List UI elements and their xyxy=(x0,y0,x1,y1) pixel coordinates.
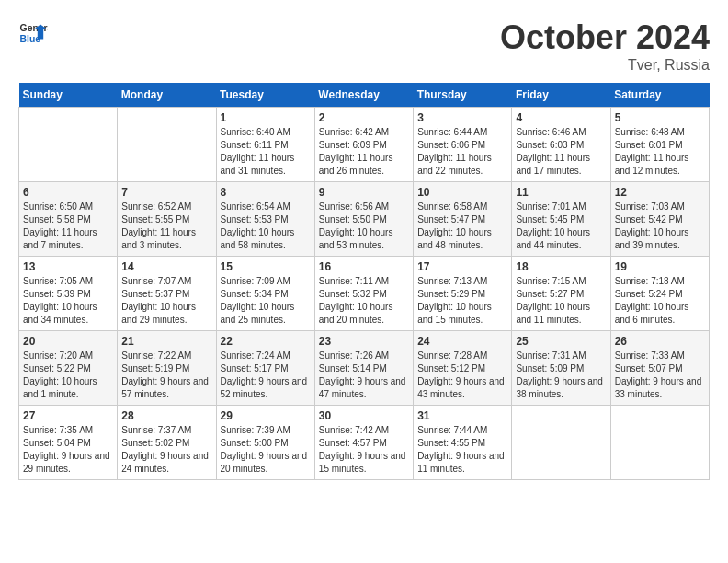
calendar-cell: 14Sunrise: 7:07 AM Sunset: 5:37 PM Dayli… xyxy=(118,257,216,331)
day-number: 18 xyxy=(516,260,606,273)
location: Tver, Russia xyxy=(500,57,710,74)
day-number: 27 xyxy=(23,409,113,422)
day-number: 22 xyxy=(221,335,311,348)
calendar-cell xyxy=(118,108,216,182)
day-info: Sunrise: 7:24 AM Sunset: 5:17 PM Dayligh… xyxy=(221,350,311,401)
day-number: 30 xyxy=(319,409,409,422)
title-block: October 2024 Tver, Russia xyxy=(500,18,710,74)
day-number: 4 xyxy=(516,111,606,124)
day-number: 8 xyxy=(221,186,311,199)
day-info: Sunrise: 7:42 AM Sunset: 4:57 PM Dayligh… xyxy=(319,424,409,476)
logo: General Blue xyxy=(18,18,48,48)
calendar-cell: 27Sunrise: 7:35 AM Sunset: 5:04 PM Dayli… xyxy=(19,406,118,480)
calendar-cell: 5Sunrise: 6:48 AM Sunset: 6:01 PM Daylig… xyxy=(610,108,709,182)
calendar-cell: 19Sunrise: 7:18 AM Sunset: 5:24 PM Dayli… xyxy=(610,257,709,331)
day-info: Sunrise: 7:37 AM Sunset: 5:02 PM Dayligh… xyxy=(121,424,211,476)
calendar-cell: 25Sunrise: 7:31 AM Sunset: 5:09 PM Dayli… xyxy=(512,331,610,406)
calendar-cell: 15Sunrise: 7:09 AM Sunset: 5:34 PM Dayli… xyxy=(216,257,314,331)
day-number: 15 xyxy=(221,260,311,273)
weekday-header-row: SundayMondayTuesdayWednesdayThursdayFrid… xyxy=(19,83,710,108)
day-info: Sunrise: 7:39 AM Sunset: 5:00 PM Dayligh… xyxy=(221,424,311,476)
day-info: Sunrise: 6:52 AM Sunset: 5:55 PM Dayligh… xyxy=(121,201,211,252)
calendar-week-row: 27Sunrise: 7:35 AM Sunset: 5:04 PM Dayli… xyxy=(19,406,710,480)
calendar-cell: 28Sunrise: 7:37 AM Sunset: 5:02 PM Dayli… xyxy=(118,406,216,480)
calendar-table: SundayMondayTuesdayWednesdayThursdayFrid… xyxy=(18,83,710,480)
calendar-cell: 16Sunrise: 7:11 AM Sunset: 5:32 PM Dayli… xyxy=(314,257,413,331)
calendar-cell: 23Sunrise: 7:26 AM Sunset: 5:14 PM Dayli… xyxy=(314,331,413,406)
calendar-cell: 29Sunrise: 7:39 AM Sunset: 5:00 PM Dayli… xyxy=(216,406,314,480)
calendar-cell: 9Sunrise: 6:56 AM Sunset: 5:50 PM Daylig… xyxy=(314,182,413,257)
calendar-cell: 11Sunrise: 7:01 AM Sunset: 5:45 PM Dayli… xyxy=(512,182,610,257)
day-number: 13 xyxy=(23,260,113,273)
calendar-cell: 26Sunrise: 7:33 AM Sunset: 5:07 PM Dayli… xyxy=(610,331,709,406)
day-info: Sunrise: 7:13 AM Sunset: 5:29 PM Dayligh… xyxy=(417,275,507,327)
calendar-cell: 20Sunrise: 7:20 AM Sunset: 5:22 PM Dayli… xyxy=(19,331,118,406)
day-number: 20 xyxy=(23,335,113,348)
day-info: Sunrise: 7:03 AM Sunset: 5:42 PM Dayligh… xyxy=(615,201,705,252)
calendar-cell: 30Sunrise: 7:42 AM Sunset: 4:57 PM Dayli… xyxy=(314,406,413,480)
day-info: Sunrise: 6:54 AM Sunset: 5:53 PM Dayligh… xyxy=(221,201,311,252)
day-number: 29 xyxy=(221,409,311,422)
weekday-header: Sunday xyxy=(19,83,118,108)
day-info: Sunrise: 6:44 AM Sunset: 6:06 PM Dayligh… xyxy=(417,126,507,178)
calendar-cell: 12Sunrise: 7:03 AM Sunset: 5:42 PM Dayli… xyxy=(610,182,709,257)
day-info: Sunrise: 6:42 AM Sunset: 6:09 PM Dayligh… xyxy=(319,126,409,178)
calendar-cell: 7Sunrise: 6:52 AM Sunset: 5:55 PM Daylig… xyxy=(118,182,216,257)
calendar-cell: 6Sunrise: 6:50 AM Sunset: 5:58 PM Daylig… xyxy=(19,182,118,257)
day-number: 26 xyxy=(615,335,705,348)
day-number: 6 xyxy=(23,186,113,199)
calendar-cell: 24Sunrise: 7:28 AM Sunset: 5:12 PM Dayli… xyxy=(414,331,512,406)
calendar-cell: 13Sunrise: 7:05 AM Sunset: 5:39 PM Dayli… xyxy=(19,257,118,331)
day-info: Sunrise: 7:07 AM Sunset: 5:37 PM Dayligh… xyxy=(121,275,211,327)
day-info: Sunrise: 7:01 AM Sunset: 5:45 PM Dayligh… xyxy=(516,201,606,252)
day-info: Sunrise: 6:46 AM Sunset: 6:03 PM Dayligh… xyxy=(516,126,606,178)
day-info: Sunrise: 7:09 AM Sunset: 5:34 PM Dayligh… xyxy=(221,275,311,327)
weekday-header: Wednesday xyxy=(314,83,413,108)
day-number: 11 xyxy=(516,186,606,199)
day-number: 12 xyxy=(615,186,705,199)
day-info: Sunrise: 7:11 AM Sunset: 5:32 PM Dayligh… xyxy=(319,275,409,327)
calendar-cell: 10Sunrise: 6:58 AM Sunset: 5:47 PM Dayli… xyxy=(414,182,512,257)
day-number: 31 xyxy=(417,409,507,422)
day-info: Sunrise: 7:05 AM Sunset: 5:39 PM Dayligh… xyxy=(23,275,113,327)
day-number: 7 xyxy=(121,186,211,199)
day-number: 24 xyxy=(417,335,507,348)
calendar-cell xyxy=(512,406,610,480)
weekday-header: Monday xyxy=(118,83,216,108)
day-number: 17 xyxy=(417,260,507,273)
day-number: 3 xyxy=(417,111,507,124)
calendar-cell xyxy=(610,406,709,480)
day-number: 10 xyxy=(417,186,507,199)
day-number: 16 xyxy=(319,260,409,273)
day-info: Sunrise: 6:50 AM Sunset: 5:58 PM Dayligh… xyxy=(23,201,113,252)
day-info: Sunrise: 7:22 AM Sunset: 5:19 PM Dayligh… xyxy=(121,350,211,401)
month-title: October 2024 xyxy=(500,18,710,57)
calendar-week-row: 20Sunrise: 7:20 AM Sunset: 5:22 PM Dayli… xyxy=(19,331,710,406)
weekday-header: Tuesday xyxy=(216,83,314,108)
calendar-cell: 8Sunrise: 6:54 AM Sunset: 5:53 PM Daylig… xyxy=(216,182,314,257)
day-info: Sunrise: 7:33 AM Sunset: 5:07 PM Dayligh… xyxy=(615,350,705,401)
day-number: 25 xyxy=(516,335,606,348)
day-number: 28 xyxy=(121,409,211,422)
day-info: Sunrise: 7:20 AM Sunset: 5:22 PM Dayligh… xyxy=(23,350,113,401)
day-info: Sunrise: 7:44 AM Sunset: 4:55 PM Dayligh… xyxy=(417,424,507,476)
logo-icon: General Blue xyxy=(18,18,48,48)
weekday-header: Friday xyxy=(512,83,610,108)
calendar-cell xyxy=(19,108,118,182)
day-number: 23 xyxy=(319,335,409,348)
day-info: Sunrise: 6:56 AM Sunset: 5:50 PM Dayligh… xyxy=(319,201,409,252)
calendar-cell: 21Sunrise: 7:22 AM Sunset: 5:19 PM Dayli… xyxy=(118,331,216,406)
calendar-week-row: 1Sunrise: 6:40 AM Sunset: 6:11 PM Daylig… xyxy=(19,108,710,182)
calendar-cell: 4Sunrise: 6:46 AM Sunset: 6:03 PM Daylig… xyxy=(512,108,610,182)
calendar-cell: 2Sunrise: 6:42 AM Sunset: 6:09 PM Daylig… xyxy=(314,108,413,182)
calendar-cell: 31Sunrise: 7:44 AM Sunset: 4:55 PM Dayli… xyxy=(414,406,512,480)
day-info: Sunrise: 6:48 AM Sunset: 6:01 PM Dayligh… xyxy=(615,126,705,178)
day-number: 5 xyxy=(615,111,705,124)
weekday-header: Saturday xyxy=(610,83,709,108)
day-number: 19 xyxy=(615,260,705,273)
calendar-week-row: 6Sunrise: 6:50 AM Sunset: 5:58 PM Daylig… xyxy=(19,182,710,257)
day-info: Sunrise: 7:26 AM Sunset: 5:14 PM Dayligh… xyxy=(319,350,409,401)
day-info: Sunrise: 7:18 AM Sunset: 5:24 PM Dayligh… xyxy=(615,275,705,327)
day-info: Sunrise: 7:28 AM Sunset: 5:12 PM Dayligh… xyxy=(417,350,507,401)
calendar-cell: 18Sunrise: 7:15 AM Sunset: 5:27 PM Dayli… xyxy=(512,257,610,331)
